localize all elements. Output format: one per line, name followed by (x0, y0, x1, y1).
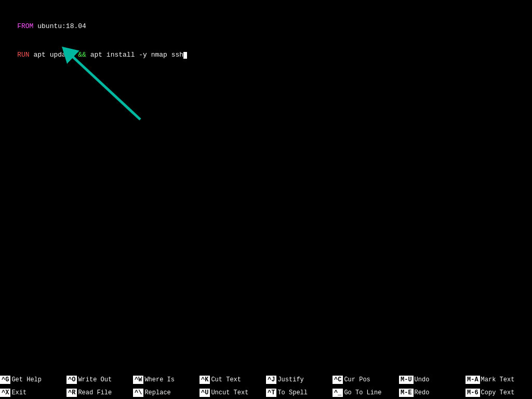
shortcut-item[interactable]: ^K Cut Text (200, 373, 266, 386)
shortcut-item[interactable]: ^O Write Out (66, 373, 133, 386)
shortcut-item[interactable]: ^G Get Help (0, 373, 66, 386)
keyword-and: && (78, 51, 86, 59)
shortcut-item[interactable]: ^J Justify (266, 373, 332, 386)
shortcut-item[interactable]: ^X Exit (0, 386, 66, 399)
shortcut-row-1: ^G Get Help^O Write Out^W Where Is^K Cut… (0, 373, 532, 386)
shortcut-key: ^J (266, 376, 276, 384)
shortcut-label: Read File (77, 389, 113, 397)
shortcut-item[interactable]: M-U Undo (399, 373, 466, 386)
keyword-run: RUN (17, 51, 29, 59)
shortcut-key: ^_ (332, 389, 343, 397)
editor-line-2: RUN apt update && apt install -y nmap ss… (1, 41, 531, 70)
shortcut-item[interactable]: ^C Cur Pos (332, 373, 399, 386)
shortcut-key: ^C (332, 376, 343, 384)
shortcut-key: ^X (0, 389, 10, 397)
keyword-from: FROM (17, 22, 33, 30)
shortcut-key: ^\ (133, 389, 143, 397)
bottom-bar: ^G Get Help^O Write Out^W Where Is^K Cut… (0, 373, 532, 399)
shortcut-item[interactable]: ^U Uncut Text (200, 386, 266, 399)
shortcut-label: Where Is (143, 376, 176, 384)
shortcut-key: ^U (200, 389, 210, 397)
shortcut-key: ^R (66, 389, 77, 397)
shortcut-key: ^K (200, 376, 210, 384)
shortcut-item[interactable]: M-E Redo (399, 386, 466, 399)
shortcut-item[interactable]: M-A Mark Text (466, 373, 532, 386)
shortcut-label: Cut Text (210, 376, 242, 384)
shortcut-key: ^G (0, 376, 10, 384)
shortcut-label: Uncut Text (210, 389, 249, 397)
editor-line-1: FROM ubuntu:18.04 (1, 12, 531, 41)
shortcut-key: ^W (133, 376, 143, 384)
shortcut-item[interactable]: ^R Read File (66, 386, 133, 399)
shortcut-key: ^O (66, 376, 77, 384)
shortcut-label: Undo (414, 376, 431, 384)
shortcut-item[interactable]: ^_ Go To Line (332, 386, 399, 399)
shortcut-item[interactable]: ^\ Replace (133, 386, 200, 399)
text-cursor (183, 52, 187, 59)
shortcut-key: M-U (399, 376, 414, 384)
shortcut-label: Write Out (77, 376, 113, 384)
shortcut-label: Copy Text (480, 389, 516, 397)
shortcut-key: M-6 (466, 389, 480, 397)
shortcut-label: Justify (276, 376, 304, 384)
shortcut-label: To Spell (276, 389, 309, 397)
shortcut-label: Cur Pos (343, 376, 371, 384)
top-bar (0, 0, 532, 10)
shortcut-key: ^T (266, 389, 276, 397)
shortcut-label: Redo (414, 389, 431, 397)
shortcut-label: Go To Line (343, 389, 382, 397)
shortcut-item[interactable]: M-6 Copy Text (466, 386, 532, 399)
shortcut-key: M-E (399, 389, 414, 397)
shortcut-row-2: ^X Exit^R Read File^\ Replace^U Uncut Te… (0, 386, 532, 399)
shortcut-key: M-A (466, 376, 480, 384)
editor-area[interactable]: FROM ubuntu:18.04 RUN apt update && apt … (0, 10, 532, 373)
shortcut-label: Mark Text (480, 376, 516, 384)
shortcut-item[interactable]: ^W Where Is (133, 373, 200, 386)
shortcut-item[interactable]: ^T To Spell (266, 386, 332, 399)
shortcut-label: Get Help (10, 376, 43, 384)
shortcut-label: Exit (10, 389, 28, 397)
shortcut-label: Replace (143, 389, 171, 397)
